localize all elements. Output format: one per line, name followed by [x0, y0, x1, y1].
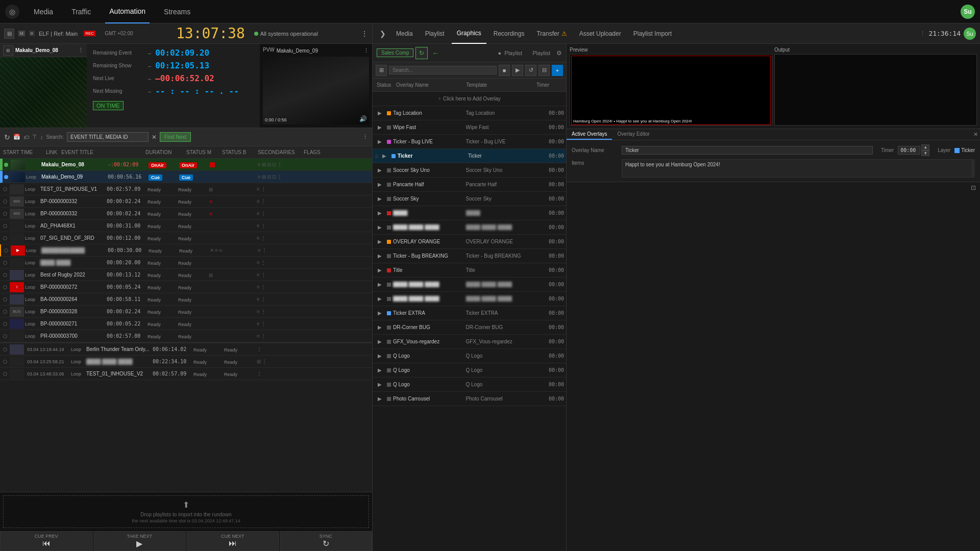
overlay-item[interactable]: ▶ Title Title 00:00 [373, 263, 566, 278]
cue-next-btn[interactable]: CUE NEXT ⏭ [186, 531, 279, 551]
table-row[interactable]: IMG Loop BP-0000000332 00:00:02.24 Ready… [0, 195, 372, 208]
right-user-avatar[interactable]: Su [964, 28, 976, 40]
overlay-stop-btn[interactable]: ■ [499, 65, 510, 76]
row-more-btn[interactable]: ⋮ [261, 186, 266, 192]
right-nav-media[interactable]: Media [391, 23, 418, 44]
nav-automation[interactable]: Automation [105, 0, 150, 23]
timer-field[interactable] [898, 146, 920, 155]
row-icon[interactable]: ≡ [257, 198, 260, 204]
row-more-btn[interactable]: ⋮ [261, 198, 266, 204]
overlay-item[interactable]: ▶ Q Logo Q Logo 00:00 [373, 349, 566, 363]
overlay-item[interactable]: ▶ GFX_Vous-regardez GFX_Vous-regardez 00… [373, 335, 566, 349]
settings-icon[interactable]: ⚙ [556, 49, 562, 57]
row-icon[interactable]: ≡ [258, 162, 261, 167]
items-content[interactable]: Happt to see you at Hamburg Open 2024! [622, 159, 975, 178]
overlay-item[interactable]: ▶ Ticker - Bug BREAKING Ticker - Bug BRE… [373, 249, 566, 263]
overlay-item[interactable]: ▶ ████ ████ ████ ████ ████ ████ 00:00 [373, 278, 566, 292]
row-icon[interactable]: ≡ [257, 260, 260, 265]
overlay-play-icon[interactable]: ▶ [375, 308, 385, 318]
overlay-item[interactable]: ▶ Soccer Sky Uno Soccer Sky Uno 00:00 [373, 163, 566, 178]
overlay-item[interactable]: ▶ ████ ████ 00:00 [373, 206, 566, 220]
row-icon[interactable]: ⊞ [262, 174, 266, 180]
overlay-play-icon[interactable]: ▶ [375, 137, 385, 147]
clear-search-btn[interactable]: ✕ [152, 134, 157, 141]
pvw-volume-btn[interactable]: 🔊 [359, 115, 367, 122]
sync-btn[interactable]: SYNC ↻ [280, 531, 373, 551]
overlay-item[interactable]: ▶ Ticker EXTRA Ticker EXTRA 00:00 [373, 306, 566, 320]
overlay-item[interactable]: ▶ Q Logo Q Logo 00:00 [373, 378, 566, 392]
table-row[interactable]: Loop 07_SIG_END_OF_3RD 00:00:12.00 Ready… [0, 232, 372, 244]
row-icon[interactable]: ≡ [258, 247, 261, 253]
row-icon[interactable]: ≡ [257, 321, 260, 327]
overlay-play-icon[interactable]: ▶ [375, 322, 385, 333]
table-row[interactable]: Loop BP-0000000271 00:00:05.22 Ready Rea… [0, 318, 372, 330]
table-row[interactable]: Loop TEST_01_INHOUSE_V1 00:02:57.09 Read… [0, 183, 372, 195]
row-icon[interactable]: ⊞ [257, 359, 261, 364]
overlay-play-icon[interactable]: ▶ [375, 237, 385, 247]
table-row[interactable]: ▶ Loop ████████████ 00:00:30.00 Ready Re… [0, 244, 372, 257]
nav-back-btn[interactable]: ❯ [377, 30, 389, 38]
table-row[interactable]: Loop PR-0000003700 00:02:57.00 Ready Rea… [0, 330, 372, 342]
row-icon[interactable]: ⊟ [267, 174, 271, 180]
table-row[interactable]: BUG Loop BP-0000000328 00:00:02.24 Ready… [0, 306, 372, 318]
timer-down-btn[interactable]: ▼ [921, 151, 929, 157]
overlay-editor-tab[interactable]: Overlay Editor [612, 129, 654, 140]
table-row[interactable]: 03.04 13:48:33.06 Loop TEST_01_INHOUSE_V… [0, 368, 372, 380]
row-more-btn[interactable]: ⋮ [277, 162, 282, 167]
overlay-play-icon[interactable]: ▶ [375, 265, 385, 276]
overlay-play-icon[interactable]: ▶ [375, 294, 385, 304]
row-icon[interactable]: ≡ [257, 223, 260, 229]
overlay-play-icon[interactable]: ▶ [375, 380, 385, 390]
overlay-play-icon[interactable]: ▶ [375, 351, 385, 361]
row-more-btn[interactable]: ⋮ [262, 359, 267, 364]
overlay-play-btn[interactable]: ▶ [512, 65, 523, 76]
filter-icon[interactable]: ⊤ [32, 134, 37, 140]
overlay-item[interactable]: ▶ Pancarte Half Pancarte Half 00:00 [373, 178, 566, 192]
right-nav-transfer[interactable]: Transfer ⚠ [531, 23, 572, 44]
row-more-btn[interactable]: ⋮ [261, 211, 266, 216]
overlay-add-btn[interactable]: + [552, 65, 563, 76]
video-settings-btn[interactable]: ⊞ [3, 45, 13, 56]
search-input[interactable] [67, 132, 149, 142]
overlay-item[interactable]: ▶ ████ ████ ████ ████ ████ ████ 00:00 [373, 292, 566, 306]
overlay-play-icon[interactable]: ▶ [379, 151, 389, 161]
add-overlay-row[interactable]: + Click here to Add Overlay [373, 92, 566, 106]
overlay-play-icon[interactable]: ▶ [375, 222, 385, 233]
overlay-item[interactable]: ▶ DR-Corner BUG DR-Corner BUG 00:00 [373, 320, 566, 335]
row-icon[interactable]: ⊡ [272, 162, 276, 167]
row-icon[interactable]: ≡ [257, 186, 260, 192]
row-more-btn[interactable]: ⋮ [261, 223, 266, 229]
row-more-btn[interactable]: ⋮ [261, 235, 266, 241]
graphics-playlist-tab-2[interactable]: Playlist [528, 50, 554, 56]
row-more-btn[interactable]: ⋮ [257, 346, 262, 352]
overlay-loop-btn[interactable]: ↺ [525, 65, 536, 76]
drag-handle[interactable]: ≡ [375, 153, 378, 160]
row-icon[interactable]: ≡ [257, 235, 260, 241]
table-row[interactable]: 03.04 13:25:58.21 Loop ████ ████ ████ 00… [0, 356, 372, 368]
overlay-play-icon[interactable]: ▶ [375, 165, 385, 176]
row-more-btn[interactable]: ⋮ [261, 272, 266, 278]
row-icon[interactable]: ≡ [257, 284, 260, 290]
overlay-play-icon[interactable]: ▶ [375, 280, 385, 290]
right-nav-playlist[interactable]: Playlist [420, 23, 450, 44]
nav-traffic[interactable]: Traffic [67, 0, 95, 23]
table-row[interactable]: I Loop BP-0000000272 00:00:05.24 Ready R… [0, 281, 372, 293]
overlay-play-icon[interactable]: ▶ [375, 194, 385, 204]
row-more-btn[interactable]: ⋮ [262, 247, 267, 253]
row-more-btn[interactable]: ⋮ [261, 284, 266, 290]
more-options-btn[interactable]: ⋮ [361, 30, 368, 38]
overlay-play-icon[interactable]: ▶ [375, 365, 385, 375]
table-row[interactable]: Makalu_Demo_08 -:00:02:09 OnAir OnAir ≡ … [0, 159, 372, 171]
overlay-item[interactable]: ▶ Ticker - Bug LIVE Ticker - Bug LIVE 00… [373, 135, 566, 149]
overlay-item[interactable]: ▶ Q Logo Q Logo 00:00 [373, 363, 566, 378]
table-row[interactable]: Loop ████ ████ 00:00:20.00 Ready Ready ≡… [0, 257, 372, 269]
right-nav-playlist-import[interactable]: Playlist Import [628, 23, 677, 44]
right-more-btn[interactable]: ⋮ [920, 30, 925, 37]
bottom-expand-icon[interactable]: ⊡ [971, 184, 976, 191]
overlay-play-icon[interactable]: ▶ [375, 108, 385, 118]
row-icon[interactable]: ≡ [257, 296, 260, 302]
overlay-copy-btn[interactable]: ⊟ [538, 65, 550, 76]
overlay-name-field[interactable] [622, 146, 873, 155]
overlay-play-icon[interactable]: ▶ [375, 394, 385, 404]
overlay-play-icon[interactable]: ▶ [375, 180, 385, 190]
